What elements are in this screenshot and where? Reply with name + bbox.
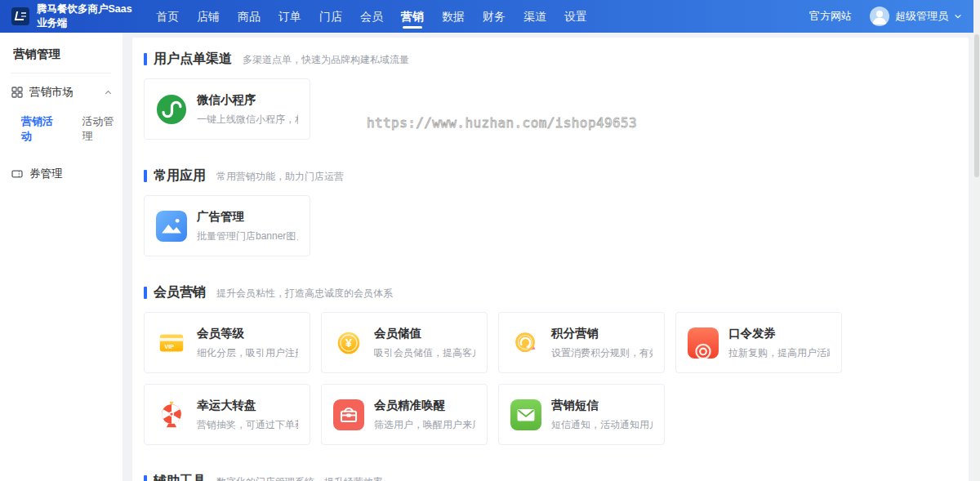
navbar-right: 官方网站 超级管理员 bbox=[809, 7, 962, 26]
section-title: 辅助工具 bbox=[154, 473, 206, 481]
section-subtitle: 提升会员粘性，打造高忠诚度的会员体系 bbox=[216, 287, 393, 301]
sidebar: 营销管理 营销市场 营销活动 活动管理 券管理 bbox=[0, 33, 122, 481]
section-3: 辅助工具数字化的门店管理系统，提升经营效率 bbox=[144, 473, 957, 481]
card-desc: 细化分层，吸引用户注册会员 bbox=[197, 346, 298, 360]
section-accent-bar bbox=[144, 475, 147, 481]
nav-tab-3[interactable]: 订单 bbox=[270, 0, 310, 33]
points-coin-icon bbox=[510, 327, 541, 359]
card-title: 会员等级 bbox=[197, 326, 298, 341]
svg-text:¥: ¥ bbox=[345, 336, 352, 350]
scrollbar-track bbox=[973, 0, 980, 481]
sidebar-title: 营销管理 bbox=[0, 33, 122, 73]
section-header: 常用应用常用营销功能，助力门店运营 bbox=[144, 167, 957, 185]
red-packet-icon bbox=[688, 327, 719, 359]
grid-icon bbox=[11, 87, 23, 98]
section-subtitle: 常用营销功能，助力门店运营 bbox=[216, 170, 344, 184]
wechat-miniprogram-icon bbox=[156, 94, 187, 125]
ticket-icon bbox=[11, 168, 23, 180]
card-text: 幸运大转盘营销抽奖，可通过下单获得抽... bbox=[197, 398, 298, 432]
sms-envelope-icon bbox=[510, 399, 541, 430]
card-desc: 拉新复购，提高用户活跃度 bbox=[728, 346, 830, 360]
section-1: 常用应用常用营销功能，助力门店运营广告管理批量管理门店banner图、弹窗... bbox=[144, 167, 957, 256]
nav-tab-2[interactable]: 商品 bbox=[229, 0, 270, 33]
card-grid: VIP会员等级细化分层，吸引用户注册会员¥会员储值吸引会员储值，提高客户粘性..… bbox=[144, 312, 957, 445]
feature-card-微信小程序[interactable]: 微信小程序一键上线微信小程序，构建私... bbox=[144, 78, 310, 140]
card-text: 广告管理批量管理门店banner图、弹窗... bbox=[197, 209, 298, 243]
nav-tab-10[interactable]: 设置 bbox=[555, 0, 596, 33]
sidebar-group-label: 券管理 bbox=[29, 167, 63, 181]
user-menu[interactable]: 超级管理员 bbox=[870, 7, 962, 26]
sidebar-group-label: 营销市场 bbox=[29, 85, 74, 100]
username: 超级管理员 bbox=[895, 9, 948, 24]
card-desc: 批量管理门店banner图、弹窗... bbox=[197, 229, 298, 243]
sidebar-item-activity-manage[interactable]: 活动管理 bbox=[82, 114, 123, 144]
nav-tab-1[interactable]: 店铺 bbox=[188, 0, 229, 33]
lucky-wheel-icon bbox=[156, 399, 187, 430]
card-text: 会员等级细化分层，吸引用户注册会员 bbox=[197, 326, 298, 360]
feature-card-会员精准唤醒[interactable]: 会员精准唤醒筛选用户，唤醒用户来店消费 bbox=[321, 384, 488, 445]
card-desc: 短信通知，活动通知用户 bbox=[551, 418, 653, 432]
sidebar-subitems: 营销活动 活动管理 bbox=[0, 109, 122, 155]
section-subtitle: 数字化的门店管理系统，提升经营效率 bbox=[216, 475, 383, 481]
section-0: 用户点单渠道多渠道点单，快速为品牌构建私域流量微信小程序一键上线微信小程序，构建… bbox=[144, 51, 957, 140]
nav-tab-0[interactable]: 首页 bbox=[147, 0, 188, 33]
feature-card-会员储值[interactable]: ¥会员储值吸引会员储值，提高客户粘性... bbox=[321, 312, 488, 373]
nav-tab-6[interactable]: 营销 bbox=[392, 0, 433, 33]
nav-tab-8[interactable]: 财务 bbox=[474, 0, 514, 33]
card-text: 口令发券拉新复购，提高用户活跃度 bbox=[728, 326, 830, 360]
card-grid: 广告管理批量管理门店banner图、弹窗... bbox=[144, 195, 957, 256]
scrollbar-thumb[interactable] bbox=[974, 34, 979, 177]
section-title: 用户点单渠道 bbox=[154, 51, 232, 68]
sidebar-group-marketing-market[interactable]: 营销市场 bbox=[0, 73, 122, 109]
section-header: 用户点单渠道多渠道点单，快速为品牌构建私域流量 bbox=[144, 51, 957, 68]
card-title: 营销短信 bbox=[551, 398, 653, 413]
card-title: 幸运大转盘 bbox=[197, 398, 298, 413]
card-text: 会员精准唤醒筛选用户，唤醒用户来店消费 bbox=[374, 398, 475, 432]
section-title: 常用应用 bbox=[154, 167, 206, 185]
sidebar-group-coupon-manage[interactable]: 券管理 bbox=[0, 155, 122, 191]
section-title: 会员营销 bbox=[154, 284, 206, 301]
card-text: 营销短信短信通知，活动通知用户 bbox=[551, 398, 653, 432]
vip-card-icon: VIP bbox=[156, 327, 187, 359]
feature-card-幸运大转盘[interactable]: 幸运大转盘营销抽奖，可通过下单获得抽... bbox=[144, 384, 310, 445]
feature-card-会员等级[interactable]: VIP会员等级细化分层，吸引用户注册会员 bbox=[144, 312, 310, 373]
chevron-up-icon bbox=[104, 88, 113, 97]
top-navbar: 腾马餐饮多商户Saas业务端 首页店铺商品订单门店会员营销数据财务渠道设置 官方… bbox=[0, 0, 980, 33]
card-desc: 营销抽奖，可通过下单获得抽... bbox=[197, 418, 298, 432]
card-title: 积分营销 bbox=[551, 326, 653, 341]
nav-tab-9[interactable]: 渠道 bbox=[514, 0, 555, 33]
card-title: 口令发券 bbox=[728, 326, 830, 341]
feature-card-积分营销[interactable]: 积分营销设置消费积分规则，有效提升... bbox=[498, 312, 665, 373]
nav-menu: 首页店铺商品订单门店会员营销数据财务渠道设置 bbox=[147, 0, 596, 33]
card-text: 微信小程序一键上线微信小程序，构建私... bbox=[197, 92, 298, 127]
brand: 腾马餐饮多商户Saas业务端 bbox=[11, 2, 136, 30]
card-grid: 微信小程序一键上线微信小程序，构建私... bbox=[144, 78, 957, 140]
card-title: 会员精准唤醒 bbox=[374, 398, 475, 413]
nav-tab-5[interactable]: 会员 bbox=[351, 0, 392, 33]
card-title: 广告管理 bbox=[197, 209, 298, 225]
card-text: 积分营销设置消费积分规则，有效提升... bbox=[551, 326, 653, 360]
brand-logo-icon bbox=[11, 7, 29, 25]
ad-image-icon bbox=[156, 211, 187, 242]
card-title: 会员储值 bbox=[374, 326, 475, 341]
section-accent-bar bbox=[144, 170, 147, 182]
card-desc: 一键上线微信小程序，构建私... bbox=[197, 113, 298, 127]
feature-card-口令发券[interactable]: 口令发券拉新复购，提高用户活跃度 bbox=[675, 312, 842, 373]
card-desc: 设置消费积分规则，有效提升... bbox=[551, 346, 653, 360]
nav-tab-4[interactable]: 门店 bbox=[310, 0, 351, 33]
nav-tab-7[interactable]: 数据 bbox=[433, 0, 474, 33]
sidebar-item-marketing-activity[interactable]: 营销活动 bbox=[21, 114, 62, 144]
feature-card-营销短信[interactable]: 营销短信短信通知，活动通知用户 bbox=[498, 384, 665, 445]
section-subtitle: 多渠道点单，快速为品牌构建私域流量 bbox=[243, 53, 409, 67]
chevron-down-icon bbox=[954, 12, 962, 20]
brand-title: 腾马餐饮多商户Saas业务端 bbox=[37, 2, 133, 30]
coin-icon: ¥ bbox=[333, 327, 364, 359]
feature-card-广告管理[interactable]: 广告管理批量管理门店banner图、弹窗... bbox=[144, 195, 310, 256]
main-content: 用户点单渠道多渠道点单，快速为品牌构建私域流量微信小程序一键上线微信小程序，构建… bbox=[132, 38, 969, 481]
card-desc: 筛选用户，唤醒用户来店消费 bbox=[374, 418, 475, 432]
card-desc: 吸引会员储值，提高客户粘性... bbox=[374, 346, 475, 360]
official-site-link[interactable]: 官方网站 bbox=[809, 9, 852, 24]
section-accent-bar bbox=[144, 287, 147, 299]
section-2: 会员营销提升会员粘性，打造高忠诚度的会员体系VIP会员等级细化分层，吸引用户注册… bbox=[144, 284, 957, 445]
card-text: 会员储值吸引会员储值，提高客户粘性... bbox=[374, 326, 475, 360]
